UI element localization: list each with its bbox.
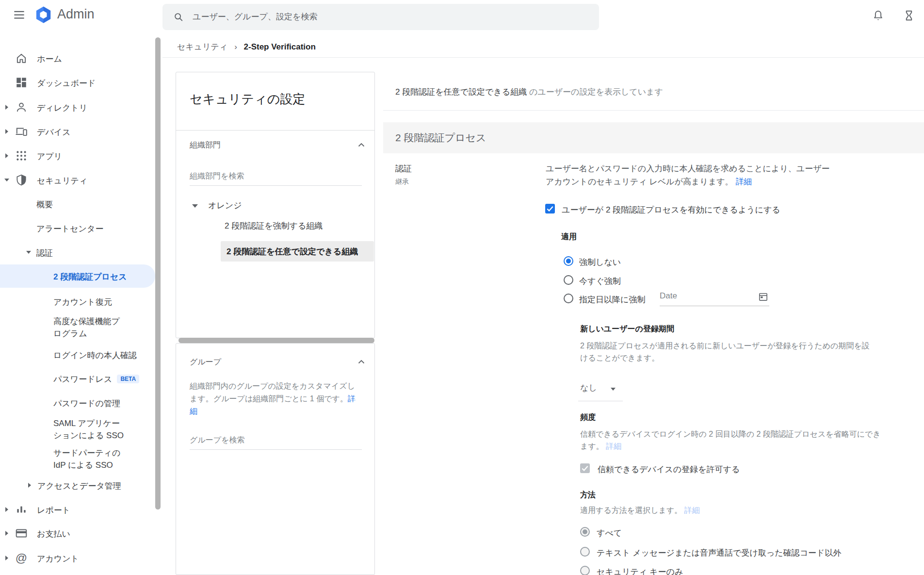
radio-enforce-now-label: 今すぐ強制	[579, 276, 621, 287]
sidebar-item-alert-center[interactable]: アラートセンター	[0, 218, 154, 238]
orgunit-child-optional-selected[interactable]: 2 段階認証を任意で設定できる組織	[221, 241, 374, 262]
trusted-device-checkbox[interactable]	[580, 463, 590, 473]
apps-icon	[15, 149, 28, 162]
admin-console: Admin セキュリティ › 2-Step Verification ホーム ダ…	[0, 0, 924, 575]
expand-right-icon	[28, 483, 31, 488]
vertical-scrollbar-thumb[interactable]	[155, 37, 161, 509]
sidebar-item-third-party-idp-sso[interactable]: サードパーティの IdP による SSO	[0, 447, 154, 471]
radio-enforce-from-date-label: 指定日以降に強制	[579, 294, 645, 305]
collapse-groups-icon[interactable]	[356, 356, 367, 370]
expand-right-icon	[5, 153, 8, 158]
inheritance-label: 継承	[395, 178, 409, 186]
sidebar-item-account-recovery[interactable]: アカウント復元	[0, 292, 154, 311]
reports-icon	[15, 503, 28, 516]
dashboard-icon	[15, 76, 28, 89]
radio-enforce-from-date[interactable]	[564, 294, 573, 303]
devices-icon	[15, 125, 28, 138]
sidebar-item-account[interactable]: @ アカウント	[0, 548, 154, 568]
enable-2sv-checkbox[interactable]	[545, 204, 555, 214]
groups-description: 組織部門内のグループの設定をカスタマイズします。グループは組織部門ごとに 1 個…	[190, 380, 356, 418]
enable-2sv-label: ユーザーが 2 段階認証プロセスを有効にできるようにする	[562, 204, 780, 215]
sidebar-item-reports[interactable]: レポート	[0, 500, 154, 519]
scope-target: 2 段階認証を任意で設定できる組織	[395, 87, 527, 97]
radio-method-no-text[interactable]	[580, 547, 590, 557]
sidebar-item-home[interactable]: ホーム	[0, 49, 154, 68]
card-divider	[176, 130, 374, 131]
global-search[interactable]	[162, 4, 599, 30]
auth-learn-more-link[interactable]: 詳細	[735, 177, 752, 186]
sidebar-item-2sv-selected[interactable]: 2 段階認証プロセス	[0, 264, 155, 288]
methods-title: 方法	[580, 490, 596, 500]
groups-card: グループ 組織部門内のグループの設定をカスタマイズします。グループは組織部門ごと…	[176, 343, 375, 575]
calendar-icon[interactable]	[758, 291, 769, 304]
admin-logo[interactable]	[34, 5, 53, 26]
sidebar-item-devices[interactable]: デバイス	[0, 122, 154, 141]
sidebar-item-authentication[interactable]: 認証	[0, 243, 154, 262]
enrollment-dropdown[interactable]: なし	[580, 382, 616, 394]
scope-banner: 2 段階認証を任意で設定できる組織 のユーザーの設定を表示しています	[395, 86, 663, 98]
frequency-learn-more-link[interactable]: 詳細	[606, 442, 621, 450]
radio-method-all[interactable]	[580, 527, 590, 537]
section-band-title: 2 段階認証プロセス	[395, 131, 486, 145]
methods-learn-more-link[interactable]: 詳細	[684, 506, 700, 514]
expand-right-icon	[5, 105, 8, 110]
sidebar-item-dashboard[interactable]: ダッシュボード	[0, 73, 154, 92]
global-search-input[interactable]	[192, 12, 572, 22]
orgunit-section-label: 組織部門	[190, 140, 221, 150]
security-icon	[15, 174, 28, 186]
home-icon	[15, 52, 28, 65]
sidebar-item-login-challenges[interactable]: ログイン時の本人確認	[0, 345, 154, 364]
enrollment-dropdown-value: なし	[580, 383, 597, 393]
collapse-orgunit-icon[interactable]	[356, 139, 367, 153]
radio-method-security-key-label: セキュリティ キーのみ	[597, 566, 683, 575]
sidebar-item-security[interactable]: セキュリティ	[0, 170, 154, 190]
frequency-title: 頻度	[580, 412, 596, 423]
orgunit-root[interactable]: オレンジ	[208, 200, 242, 211]
trusted-device-label: 信頼できるデバイスの登録を許可する	[598, 464, 740, 475]
main-divider	[383, 110, 924, 111]
beta-badge: BETA	[117, 375, 139, 383]
topbar: Admin	[0, 0, 924, 29]
horizontal-scrollbar-thumb[interactable]	[178, 338, 374, 343]
billing-icon	[15, 527, 28, 540]
expand-right-icon	[5, 556, 8, 560]
expand-down-icon	[26, 251, 31, 254]
search-icon	[173, 12, 184, 22]
sidebar-item-access-data-control[interactable]: アクセスとデータ管理	[0, 476, 154, 495]
sidebar-item-apps[interactable]: アプリ	[0, 146, 154, 165]
hourglass-icon[interactable]	[902, 9, 916, 24]
dropdown-arrow-icon	[611, 388, 616, 391]
sidebar-item-password-management[interactable]: パスワードの管理	[0, 393, 154, 412]
breadcrumb-separator-icon: ›	[234, 42, 237, 51]
radio-method-security-key[interactable]	[580, 566, 590, 575]
setting-name: 認証	[395, 163, 412, 174]
enforce-date-input[interactable]	[660, 291, 769, 306]
sidebar-item-directory[interactable]: ディレクトリ	[0, 98, 154, 117]
breadcrumb-section[interactable]: セキュリティ	[177, 42, 227, 51]
expand-right-icon	[5, 129, 8, 134]
radio-enforce-now[interactable]	[564, 275, 573, 285]
header-divider	[162, 57, 924, 58]
orgunit-child-forced[interactable]: 2 段階認証を強制する組織	[225, 220, 323, 231]
sidebar-item-billing[interactable]: お支払い	[0, 524, 154, 543]
orgunit-search-input[interactable]	[190, 172, 362, 186]
radio-no-enforcement[interactable]	[564, 256, 573, 266]
sidebar-item-advanced-protection[interactable]: 高度な保護機能プログラム	[0, 315, 154, 340]
radio-method-all-label: すべて	[597, 527, 622, 539]
sidebar-item-saml-sso[interactable]: SAML アプリケーションによる SSO	[0, 417, 154, 442]
enrollment-description: 2 段階認証プロセスが適用される前に新しいユーザーが登録を行うための期間を設ける…	[580, 340, 871, 364]
app-name: Admin	[57, 7, 95, 22]
groups-section-label: グループ	[190, 357, 221, 367]
notifications-icon[interactable]	[872, 9, 885, 24]
section-band: 2 段階認証プロセス	[383, 122, 924, 153]
groups-search-input[interactable]	[190, 436, 362, 450]
sidebar-item-overview[interactable]: 概要	[0, 194, 154, 214]
sidebar-item-passwordless[interactable]: パスワードレスBETA	[0, 369, 154, 388]
menu-icon[interactable]	[13, 8, 26, 23]
card-title: セキュリティの設定	[190, 91, 305, 108]
radio-no-enforcement-label: 強制しない	[579, 257, 621, 268]
security-settings-card: セキュリティの設定 組織部門 オレンジ 2 段階認証を強制する組織	[176, 72, 375, 338]
tree-collapse-icon[interactable]	[192, 204, 198, 208]
expand-right-icon	[5, 531, 8, 536]
directory-icon	[15, 101, 28, 114]
